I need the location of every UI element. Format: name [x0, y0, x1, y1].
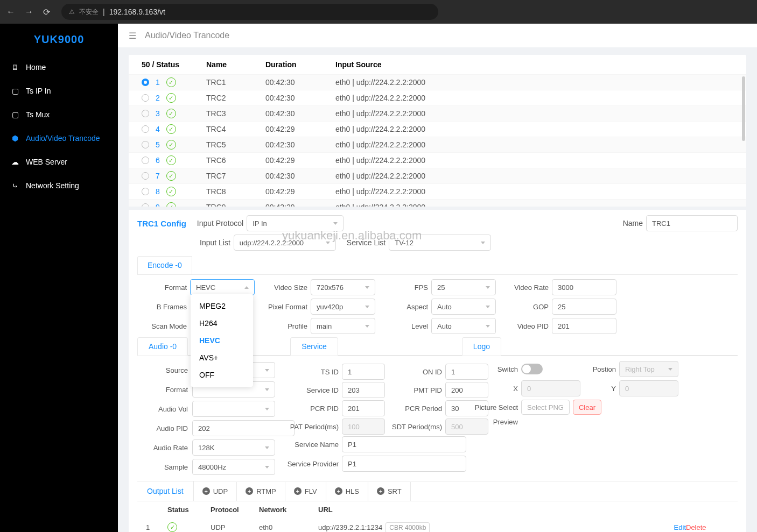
cell-duration: 00:42:30 [265, 78, 335, 87]
service-pane: TS ID ON ID Service ID PMT PID PCR PID P… [277, 356, 468, 481]
cell-name: TRC6 [206, 156, 265, 165]
format-option[interactable]: H264 [191, 315, 253, 332]
tab-audio[interactable]: Audio -0 [137, 337, 188, 356]
table-row[interactable]: 6 ✓ TRC6 00:42:29 eth0 | udp://224.2.2.2… [129, 152, 746, 168]
sidebar-item-home[interactable]: 🖥Home [0, 55, 118, 79]
sid-input[interactable] [342, 382, 385, 398]
logo-switch[interactable] [521, 364, 543, 374]
row-radio[interactable] [142, 94, 149, 102]
back-icon[interactable]: ← [6, 7, 15, 17]
service-name-input[interactable] [342, 436, 466, 452]
add-udp-button[interactable]: +UDP [194, 482, 237, 501]
video-rate-input[interactable] [552, 279, 616, 295]
status-ok-icon: ✓ [166, 93, 176, 103]
tab-logo[interactable]: Logo [462, 337, 501, 356]
logo-position-select: Right Top [619, 361, 678, 377]
input-protocol-select[interactable]: IP In [247, 215, 344, 231]
add-hls-button[interactable]: +HLS [326, 482, 368, 501]
table-row[interactable]: 2 ✓ TRC2 00:42:30 eth0 | udp://224.2.2.2… [129, 90, 746, 105]
audio-vol-select[interactable] [192, 401, 275, 417]
th-name: Name [206, 60, 265, 69]
add-rtmp-button[interactable]: +RTMP [237, 482, 285, 501]
row-radio[interactable] [142, 203, 149, 207]
address-bar[interactable]: ⚠ 不安全 | 192.168.9.163/vt [61, 4, 438, 20]
format-option[interactable]: AVS+ [191, 349, 253, 366]
clear-button[interactable]: Clear [573, 400, 601, 415]
th-out-network: Network [259, 506, 318, 514]
square-icon: ▢ [11, 87, 19, 95]
fps-select[interactable]: 25 [431, 279, 496, 295]
reload-icon[interactable]: ⟳ [43, 7, 52, 17]
cell-network: eth0 [259, 523, 318, 531]
table-row[interactable]: 9 ✓ TRC9 00:42:29 eth0 | udp://224.2.2.2… [129, 199, 746, 207]
gop-input[interactable] [552, 299, 616, 315]
service-list-select[interactable]: TV-12 [389, 235, 491, 251]
row-index: 9 [156, 203, 160, 207]
cell-duration: 00:42:30 [265, 172, 335, 180]
row-index: 6 [156, 156, 160, 165]
row-index: 3 [156, 109, 160, 118]
select-png-button[interactable]: Select PNG [521, 400, 570, 415]
video-pid-input[interactable] [552, 318, 616, 334]
format-option[interactable]: OFF [191, 366, 253, 384]
format-option[interactable]: MPEG2 [191, 297, 253, 315]
add-srt-button[interactable]: +SRT [368, 482, 411, 501]
table-row[interactable]: 1 ✓ TRC1 00:42:30 eth0 | udp://224.2.2.2… [129, 74, 746, 90]
tab-encode[interactable]: Encode -0 [137, 256, 192, 274]
row-radio[interactable] [142, 79, 149, 86]
add-flv-button[interactable]: +FLV [285, 482, 326, 501]
collapse-icon[interactable]: ☰ [129, 31, 136, 41]
row-radio[interactable] [142, 157, 149, 164]
service-provider-input[interactable] [342, 456, 466, 472]
profile-select[interactable]: main [311, 318, 375, 334]
delete-link[interactable]: Delete [686, 523, 729, 531]
table-row[interactable]: 3 ✓ TRC3 00:42:30 eth0 | udp://224.2.2.2… [129, 105, 746, 121]
level-select[interactable]: Auto [431, 318, 496, 334]
sidebar-item-tsipin[interactable]: ▢Ts IP In [0, 79, 118, 103]
row-radio[interactable] [142, 172, 149, 180]
tab-service[interactable]: Service [290, 337, 338, 356]
cell-name: TRC1 [206, 78, 265, 87]
name-input[interactable] [646, 215, 738, 231]
table-row[interactable]: 5 ✓ TRC5 00:42:30 eth0 | udp://224.2.2.2… [129, 137, 746, 152]
table-row[interactable]: 8 ✓ TRC8 00:42:29 eth0 | udp://224.2.2.2… [129, 183, 746, 199]
row-radio[interactable] [142, 125, 149, 133]
format-select[interactable]: HEVC [190, 279, 255, 295]
config-title: TRC1 Config [137, 219, 186, 228]
plus-icon: + [246, 487, 253, 495]
pcr-input[interactable] [342, 400, 385, 416]
browser-chrome: ← → ⟳ ⚠ 不安全 | 192.168.9.163/vt [0, 0, 757, 24]
insecure-label: 不安全 [79, 8, 99, 17]
format-option[interactable]: HEVC [191, 332, 253, 349]
table-row[interactable]: 4 ✓ TRC4 00:42:29 eth0 | udp://224.2.2.2… [129, 121, 746, 137]
cell-duration: 00:42:29 [265, 203, 335, 207]
audio-rate-select[interactable]: 128K [192, 439, 275, 456]
sidebar-item-transcode[interactable]: ⬢Audio/Video Trancode [0, 126, 118, 150]
sidebar-item-tsmux[interactable]: ▢Ts Mux [0, 103, 118, 126]
row-index: 1 [156, 78, 160, 87]
table-row[interactable]: 7 ✓ TRC7 00:42:30 eth0 | udp://224.2.2.2… [129, 168, 746, 183]
sidebar-item-webserver[interactable]: ☁WEB Server [0, 150, 118, 174]
video-size-select[interactable]: 720x576 [311, 279, 375, 295]
pixel-format-select[interactable]: yuv420p [311, 299, 375, 315]
sidebar-item-network[interactable]: ⤿Network Setting [0, 174, 118, 197]
logo-pane: Switch PostionRight Top X Y Picture Sele… [468, 356, 754, 481]
status-ok-icon: ✓ [167, 522, 177, 532]
row-radio[interactable] [142, 141, 149, 148]
th-out-status: Status [167, 506, 211, 514]
format-dropdown: MPEG2H264HEVCAVS+OFF [191, 294, 253, 387]
url-text: 192.168.9.163/vt [109, 8, 165, 16]
scrollbar[interactable] [742, 76, 745, 141]
aspect-select[interactable]: Auto [431, 299, 496, 315]
edit-link[interactable]: Edit [643, 523, 686, 531]
row-radio[interactable] [142, 188, 149, 195]
forward-icon[interactable]: → [25, 7, 33, 17]
tsid-input[interactable] [342, 364, 385, 380]
audio-sample-select[interactable]: 48000Hz [192, 459, 275, 475]
plus-icon: + [202, 487, 210, 495]
cell-protocol: UDP [211, 523, 259, 531]
row-index: 8 [156, 187, 160, 196]
cell-name: TRC2 [206, 94, 265, 102]
input-list-select[interactable]: udp://224.2.2.2:2000 [234, 235, 336, 251]
row-radio[interactable] [142, 110, 149, 117]
